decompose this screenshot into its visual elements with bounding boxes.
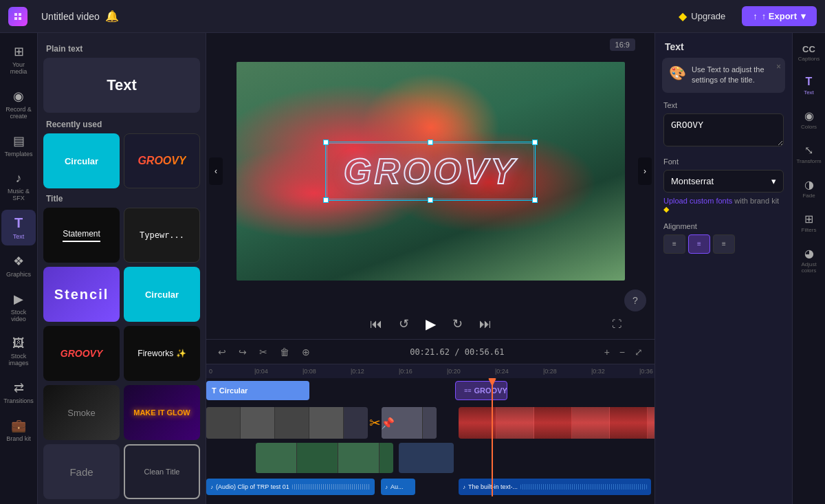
recently-used-circular-card[interactable]: Circular	[43, 133, 120, 188]
timeline-ruler: 0 |0:04 |0:08 |0:12 |0:16 |0:20 |0:24 |0…	[206, 364, 654, 378]
make-glow-card[interactable]: MAKE IT GLOW	[124, 385, 200, 440]
smoke-card[interactable]: Smoke	[43, 385, 120, 440]
tooltip-text: Use Text to adjust the settings of the t…	[692, 65, 778, 86]
stencil-card[interactable]: Stencil	[43, 267, 120, 322]
audio-clip-2[interactable]: ♪ Au...	[381, 479, 415, 495]
clip-groovy[interactable]: ≡≡ GROOVY	[455, 381, 507, 400]
canvas-area: ‹ G	[206, 33, 654, 504]
replay-button[interactable]: ↺	[396, 314, 412, 334]
export-button[interactable]: ↑ ↑ Export ▾	[742, 6, 817, 26]
recently-used-section-title: Recently used	[46, 120, 197, 129]
canvas-nav-left[interactable]: ‹	[209, 157, 223, 185]
video-clip-3[interactable]	[459, 407, 654, 439]
secondary-clip-2[interactable]	[399, 443, 454, 473]
alignment-section: Alignment ≡ ≡ ≡	[655, 222, 792, 262]
fade-icon: ◑	[804, 178, 814, 191]
skip-forward-button[interactable]: ⏭	[476, 314, 494, 334]
video-title: Untitled video	[41, 11, 100, 22]
chevron-down-icon: ▾	[771, 176, 776, 186]
text-field-label: Text	[663, 101, 784, 109]
secondary-clip-1[interactable]	[256, 443, 393, 473]
align-center-button[interactable]: ≡	[688, 234, 710, 254]
duplicate-button[interactable]: ⊕	[298, 344, 314, 360]
handle-top-left[interactable]	[323, 140, 329, 145]
fit-timeline-button[interactable]: ⤢	[631, 344, 646, 360]
transform-icon: ⤡	[804, 144, 813, 157]
forward-button[interactable]: ↻	[450, 314, 465, 334]
font-value: Montserrat	[671, 176, 714, 186]
sidebar-item-stock-images[interactable]: 🖼 Stock images	[1, 331, 36, 372]
sidebar-item-transitions[interactable]: ⇄ Transitions	[1, 375, 36, 410]
audio-clip-1[interactable]: ♪ (Audio) Clip of TRP test 01	[206, 479, 375, 495]
play-button[interactable]: ▶	[423, 313, 439, 335]
canvas-nav-right[interactable]: ›	[638, 157, 652, 185]
font-selector[interactable]: Montserrat ▾	[663, 170, 784, 193]
align-right-button[interactable]: ≡	[713, 234, 735, 254]
fade-card[interactable]: Fade	[43, 444, 120, 499]
handle-bottom-left[interactable]	[323, 197, 329, 203]
text-clips-container: T Circular ≡≡ GROOVY	[206, 378, 654, 403]
font-upload-link[interactable]: Upload custom fonts	[663, 197, 732, 205]
upgrade-button[interactable]: ◆ Upgrade	[670, 6, 734, 27]
handle-bottom-mid[interactable]	[428, 197, 433, 203]
sidebar-item-graphics[interactable]: ❖ Graphics	[1, 248, 36, 283]
transform-icon-item[interactable]: ⤡ Transform	[794, 138, 824, 170]
audio-clip-3[interactable]: ♪ The built-in text-...	[459, 479, 651, 495]
filters-icon-item[interactable]: ⊞ Filters	[794, 207, 824, 239]
video-clip-1[interactable]	[206, 407, 368, 439]
sidebar-item-templates[interactable]: ▤ Templates	[1, 128, 36, 163]
groovy-2-card[interactable]: GROOVY	[43, 326, 120, 381]
video-clip-1-strip	[206, 407, 368, 439]
filters-icon: ⊞	[804, 212, 813, 226]
help-bubble[interactable]: ?	[624, 289, 646, 311]
undo-button[interactable]: ↩	[214, 344, 230, 360]
timeline-toolbar: ↩ ↪ ✂ 🗑 ⊕ 00:21.62 / 00:56.61 + − ⤢	[206, 340, 654, 364]
groovy-text-canvas[interactable]: GROOVY	[344, 151, 517, 192]
pin-icon: 📌	[381, 417, 395, 430]
sidebar-icons: ⊞ Your media ◉ Record & create ▤ Templat…	[0, 33, 38, 504]
notification-icon: 🔔	[105, 10, 119, 23]
sidebar-item-music-sfx[interactable]: ♪ Music & SFX	[1, 166, 36, 207]
sidebar-item-stock-video[interactable]: ▶ Stock video	[1, 286, 36, 328]
handle-top-right[interactable]	[532, 140, 538, 145]
text-icon-item[interactable]: T Text	[794, 70, 824, 101]
circular-2-card[interactable]: Circular	[124, 267, 200, 322]
align-left-button[interactable]: ≡	[663, 234, 685, 254]
zoom-out-button[interactable]: −	[616, 344, 628, 360]
statement-card[interactable]: Statement	[43, 208, 120, 263]
font-upload-area: Upload custom fonts with brand kit ◆	[663, 197, 784, 214]
sidebar-item-record-create[interactable]: ◉ Record & create	[1, 83, 36, 125]
secondary-video-track	[206, 443, 654, 474]
sidebar-item-text[interactable]: T Text	[1, 210, 36, 245]
your-media-icon: ⊞	[14, 44, 24, 59]
fullscreen-button[interactable]: ⛶	[612, 318, 622, 329]
handle-top-mid[interactable]	[428, 140, 433, 145]
clip-circular[interactable]: T Circular	[206, 381, 309, 400]
sidebar-item-your-media[interactable]: ⊞ Your media	[1, 39, 36, 80]
panel-scroll-content: Plain text Text Recently used Circular G…	[38, 33, 206, 504]
transitions-icon: ⇄	[14, 380, 24, 395]
redo-button[interactable]: ↪	[235, 344, 250, 360]
adjust-colors-icon-item[interactable]: ◕ Adjust colors	[794, 241, 824, 279]
colors-icon-item[interactable]: ◉ Colors	[794, 104, 824, 135]
tooltip-close-button[interactable]: ×	[776, 62, 781, 72]
fireworks-card[interactable]: Fireworks ✨	[124, 326, 200, 381]
handle-bottom-right[interactable]	[532, 197, 538, 203]
zoom-in-button[interactable]: +	[601, 344, 613, 360]
clean-title-card[interactable]: Clean Title	[124, 444, 200, 499]
captions-icon-item[interactable]: CC Captions	[794, 39, 824, 67]
aspect-ratio-badge: 16:9	[610, 39, 635, 51]
music-icon: ♪	[16, 171, 22, 186]
sidebar-item-brand-kit[interactable]: 💼 Brand kit	[1, 413, 36, 448]
recently-used-groovy-card[interactable]: GROOVY	[124, 133, 200, 188]
skip-back-button[interactable]: ⏮	[367, 314, 385, 334]
playhead[interactable]	[492, 378, 493, 496]
text-icon: T	[14, 215, 23, 231]
fade-icon-item[interactable]: ◑ Fade	[794, 173, 824, 204]
cut-button[interactable]: ✂	[256, 344, 271, 360]
plain-text-card[interactable]: Text	[43, 58, 200, 113]
delete-button[interactable]: 🗑	[276, 344, 293, 360]
text-input[interactable]: GROOVY	[663, 113, 784, 146]
typewriter-card[interactable]: Typewr...	[124, 208, 200, 263]
timeline-content: 0 |0:04 |0:08 |0:12 |0:16 |0:20 |0:24 |0…	[206, 364, 654, 504]
